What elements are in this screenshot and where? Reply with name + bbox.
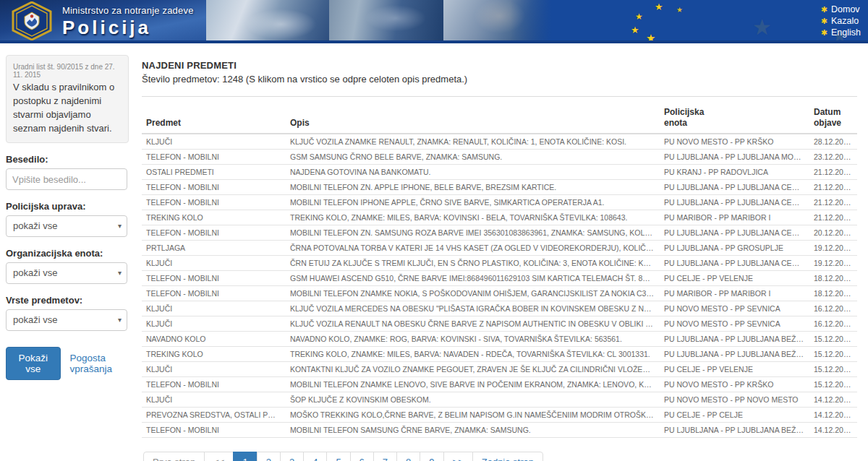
datum-cell: 15.12.2017 bbox=[809, 347, 857, 362]
nav-link-kazalo[interactable]: Kazalo bbox=[821, 15, 861, 27]
table-row[interactable]: TELEFON - MOBILNIMOBILNI TELEFON ZN. SAM… bbox=[142, 225, 857, 241]
table-row[interactable]: KLJUČIKLJUČ VOZILA ZNAMKE RENAULT, ZNAMK… bbox=[142, 134, 857, 150]
opis-cell: MOBILNI TELEFON SAMSUNG ČRNE BARVE, ZNAM… bbox=[286, 423, 660, 438]
datum-cell: 18.12.2017 bbox=[809, 286, 857, 301]
pagination: Prva stran<<123456789>>Zadnja stran bbox=[143, 452, 543, 461]
datum-cell: 19.12.2017 bbox=[809, 256, 857, 271]
policijska-uprava-select[interactable]: pokaži vse bbox=[6, 215, 127, 237]
table-row[interactable]: KLJUČIŠOP KLJUČE Z KOVINSKIM OBESKOM.PU … bbox=[142, 392, 857, 408]
predmet-cell: NAVADNO KOLO bbox=[142, 332, 286, 347]
table-row[interactable]: NAVADNO KOLONAVADNO KOLO, ZNAMKE: ROG, B… bbox=[142, 332, 857, 347]
datum-cell: 21.12.2017 bbox=[809, 165, 857, 180]
top-nav: Domov Kazalo English bbox=[821, 4, 861, 38]
table-row[interactable]: PRTLJAGAČRNA POTOVALNA TORBA V KATERI JE… bbox=[142, 241, 857, 256]
table-row[interactable]: KLJUČIČRN ETUIJ ZA KLJUČE S TREMI KLJUČI… bbox=[142, 256, 857, 271]
table-row[interactable]: OSTALI PREDMETINAJDENA GOTOVINA NA BANKO… bbox=[142, 165, 857, 180]
predmet-cell: KLJUČI bbox=[142, 256, 286, 271]
search-input[interactable] bbox=[6, 168, 127, 190]
opis-cell: ŠOP KLJUČE Z KOVINSKIM OBESKOM. bbox=[286, 392, 660, 408]
opis-cell: NAJDENA GOTOVINA NA BANKOMATU. bbox=[286, 165, 660, 180]
pagination-item[interactable]: 7 bbox=[373, 452, 397, 461]
table-row[interactable]: TREKING KOLOTREKING KOLO, ZNAMKE: MILES,… bbox=[142, 347, 857, 362]
notice-text: V skladu s pravilnikom o postopku z najd… bbox=[13, 81, 122, 135]
eu-star-icon bbox=[655, 1, 663, 12]
predmet-cell: TELEFON - MOBILNI bbox=[142, 423, 286, 438]
enota-cell: PU LJUBLJANA - PP LJUBLJANA CENTER bbox=[660, 195, 809, 210]
enota-cell: PU MARIBOR - PP MARIBOR I bbox=[660, 286, 809, 301]
predmet-cell: TELEFON - MOBILNI bbox=[142, 195, 286, 210]
datum-cell: 15.12.2017 bbox=[809, 332, 857, 347]
pagination-item[interactable]: 6 bbox=[350, 452, 374, 461]
enota-cell: PU LJUBLJANA - PP LJUBLJANA CENTER bbox=[660, 180, 809, 195]
table-row[interactable]: TELEFON - MOBILNIMOBILNI TELEFON SAMSUNG… bbox=[142, 423, 857, 438]
table-row[interactable]: TELEFON - MOBILNIMOBILNI TELEFON ZNAMKE … bbox=[142, 286, 857, 301]
table-row[interactable]: KLJUČIKLJUČ VOZILA RENAULT NA OBESKU ČRN… bbox=[142, 316, 857, 332]
opis-cell: MOBILNI TELEFON ZNAMKE LENOVO, SIVE BARV… bbox=[286, 377, 660, 392]
table-row[interactable]: TELEFON - MOBILNIMOBILNI TELEFON ZNAMKE … bbox=[142, 377, 857, 392]
results-tbody: KLJUČIKLJUČ VOZILA ZNAMKE RENAULT, ZNAMK… bbox=[142, 134, 857, 438]
table-row[interactable]: TELEFON - MOBILNIGSM HUAWEI ASCEND G510,… bbox=[142, 271, 857, 286]
pagination-item[interactable]: 5 bbox=[326, 452, 350, 461]
predmet-cell: TELEFON - MOBILNI bbox=[142, 377, 286, 392]
star-bullet-icon bbox=[821, 15, 827, 27]
opis-cell: MOŠKO TREKKING KOLO,ČRNE BARVE, Z BELIM … bbox=[286, 408, 660, 423]
predmet-cell: PRTLJAGA bbox=[142, 241, 286, 256]
enota-cell: PU CELJE - PP VELENJE bbox=[660, 271, 809, 286]
site-header: Ministrstvo za notranje zadeve Policija … bbox=[0, 0, 868, 43]
pagination-item[interactable]: 4 bbox=[303, 452, 327, 461]
nav-label: English bbox=[831, 27, 861, 38]
table-row[interactable]: TREKING KOLOTREKING KOLO, ZNAMKE: MILES,… bbox=[142, 210, 857, 225]
predmet-cell: KLJUČI bbox=[142, 316, 286, 332]
nav-label: Kazalo bbox=[831, 15, 859, 27]
notice-box: Uradni list št. 90/2015 z dne 27. 11. 20… bbox=[6, 55, 129, 143]
datum-cell: 16.12.2017 bbox=[809, 301, 857, 316]
show-all-button[interactable]: Pokaži vse bbox=[6, 347, 61, 380]
nav-link-english[interactable]: English bbox=[821, 27, 861, 38]
pagination-item[interactable]: 1 bbox=[233, 452, 257, 461]
datum-cell: 23.12.2017 bbox=[809, 150, 857, 165]
table-row[interactable]: TELEFON - MOBILNIGSM SAMSUNG ČRNO BELE B… bbox=[142, 150, 857, 165]
predmet-cell: KLJUČI bbox=[142, 392, 286, 408]
table-row[interactable]: KLJUČIKONTAKTNI KLJUČ ZA VOZILO ZNAMKE P… bbox=[142, 362, 857, 377]
faq-link[interactable]: Pogosta vprašanja bbox=[70, 353, 129, 374]
enota-cell: PU LJUBLJANA - PP LJUBLJANA BEŽIGRAD bbox=[660, 347, 809, 362]
pagination-item[interactable]: >> bbox=[443, 452, 473, 461]
vrste-predmetov-select[interactable]: pokaži vse bbox=[6, 309, 127, 331]
table-row[interactable]: TELEFON - MOBILNIMOBILNI TELEFON IPHONE … bbox=[142, 195, 857, 210]
result-count-text: Število predmetov: 1248 (S klikom na vrs… bbox=[142, 74, 857, 85]
opis-cell: KLJUČ VOZILA ZNAMKE RENAULT, ZNAMKA: REN… bbox=[286, 134, 660, 150]
pagination-item[interactable]: 9 bbox=[420, 452, 443, 461]
pagination-item[interactable]: 3 bbox=[280, 452, 304, 461]
enota-cell: PU NOVO MESTO - PP KRŠKO bbox=[660, 134, 809, 150]
table-row[interactable]: KLJUČIKLJUČ VOZILA MERCEDES NA OBESKU "P… bbox=[142, 301, 857, 316]
enota-cell: PU MARIBOR - PP MARIBOR I bbox=[660, 210, 809, 225]
datum-cell: 14.12.2017 bbox=[809, 423, 857, 438]
pagination-item[interactable]: 8 bbox=[396, 452, 420, 461]
notice-reference: Uradni list št. 90/2015 z dne 27. 11. 20… bbox=[13, 63, 122, 79]
datum-cell: 15.12.2017 bbox=[809, 377, 857, 392]
datum-cell: 15.12.2017 bbox=[809, 362, 857, 377]
datum-cell: 19.12.2017 bbox=[809, 241, 857, 256]
predmet-cell: PREVOZNA SREDSTVA, OSTALI PREDMETI bbox=[142, 408, 286, 423]
pagination-item[interactable]: 2 bbox=[257, 452, 281, 461]
table-row[interactable]: TELEFON - MOBILNIMOBILNI TELEFON ZN. APP… bbox=[142, 180, 857, 195]
opis-cell: MOBILNI TELEFON ZN. APPLE IPHONE, BELE B… bbox=[286, 180, 660, 195]
police-badge-logo[interactable] bbox=[9, 1, 55, 43]
opis-cell: GSM HUAWEI ASCEND G510, ČRNE BARVE IMEI:… bbox=[286, 271, 660, 286]
predmet-cell: KLJUČI bbox=[142, 301, 286, 316]
table-row[interactable]: PREVOZNA SREDSTVA, OSTALI PREDMETIMOŠKO … bbox=[142, 408, 857, 423]
organizacijska-enota-select[interactable]: pokaži vse bbox=[6, 262, 127, 284]
opis-cell: GSM SAMSUNG ČRNO BELE BARVE, ZNAMKA: SAM… bbox=[286, 150, 660, 165]
datum-cell: 18.12.2017 bbox=[809, 271, 857, 286]
ministry-title: Ministrstvo za notranje zadeve bbox=[62, 5, 194, 16]
pagination-item[interactable]: Zadnja stran bbox=[472, 452, 543, 461]
opis-cell: TREKING KOLO, ZNAMKE: MILES, BARVA: KOVI… bbox=[286, 210, 660, 225]
nav-label: Domov bbox=[831, 4, 860, 15]
enota-cell: PU NOVO MESTO - PP KRŠKO bbox=[660, 377, 809, 392]
enota-cell: PU LJUBLJANA - PP LJUBLJANA CENTER bbox=[660, 256, 809, 271]
enota-cell: PU LJUBLJANA - PP LJUBLJANA CENTER bbox=[660, 225, 809, 241]
opis-cell: NAVADNO KOLO, ZNAMKE: ROG, BARVA: KOVINS… bbox=[286, 332, 660, 347]
predmet-cell: TELEFON - MOBILNI bbox=[142, 225, 286, 241]
nav-link-domov[interactable]: Domov bbox=[821, 4, 861, 15]
datum-cell: 21.12.2017 bbox=[809, 180, 857, 195]
